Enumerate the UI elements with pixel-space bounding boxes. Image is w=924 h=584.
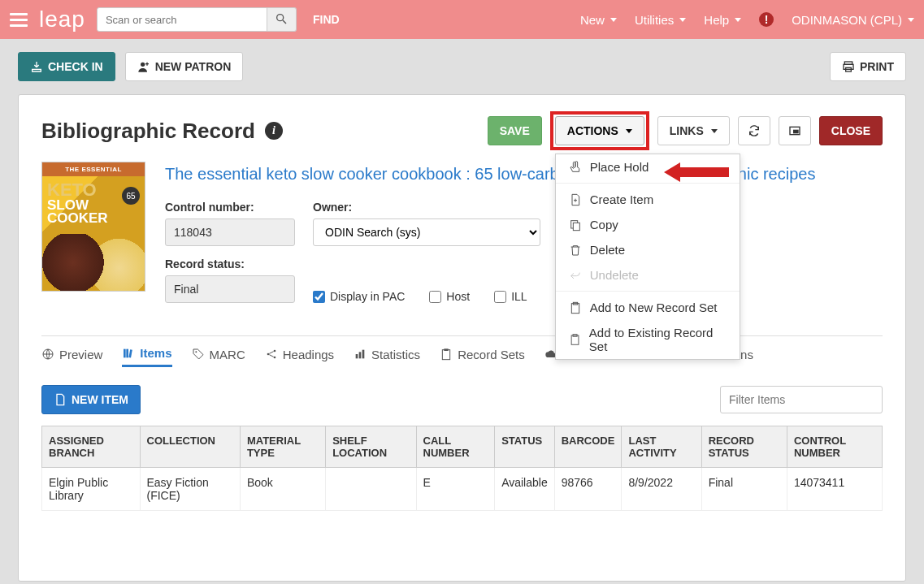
cover-image: THE ESSENTIAL KETO SLOW COOKER 65 <box>41 162 145 314</box>
items-table: ASSIGNED BRANCH COLLECTION MATERIAL TYPE… <box>41 426 883 511</box>
dd-add-existing-label: Add to Existing Record Set <box>589 326 727 353</box>
ill-label: ILL <box>511 290 527 303</box>
svg-point-22 <box>273 357 275 359</box>
clipboard-plus-icon <box>569 301 582 314</box>
undo-icon <box>569 269 582 282</box>
clipboard-icon <box>569 333 581 346</box>
svg-point-20 <box>267 353 269 356</box>
control-number-value: 118043 <box>165 218 295 246</box>
cover-cooker: COOKER <box>47 212 108 225</box>
svg-point-2 <box>141 63 145 67</box>
items-toolbar: NEW ITEM <box>41 385 883 414</box>
search-input[interactable] <box>97 7 267 32</box>
cell-status: Available <box>495 468 555 511</box>
filter-items-input[interactable] <box>720 386 883 413</box>
links-button[interactable]: LINKS <box>657 116 730 145</box>
tab-marc-label: MARC <box>210 348 245 361</box>
new-item-label: NEW ITEM <box>72 393 128 406</box>
cell-shelf <box>326 468 416 511</box>
menu-help[interactable]: Help <box>704 13 741 27</box>
person-plus-icon <box>137 60 150 73</box>
dd-undelete-label: Undelete <box>590 268 639 282</box>
new-patron-label: NEW PATRON <box>155 60 232 73</box>
col-control[interactable]: CONTROL NUMBER <box>787 426 882 468</box>
refresh-button[interactable] <box>738 116 770 145</box>
save-button[interactable]: SAVE <box>488 116 542 145</box>
cell-rstatus: Final <box>701 468 787 511</box>
window-icon <box>788 124 801 137</box>
tab-headings[interactable]: Headings <box>265 346 334 367</box>
dd-copy[interactable]: Copy <box>556 212 740 237</box>
alert-icon[interactable]: ! <box>759 12 774 27</box>
col-branch[interactable]: ASSIGNED BRANCH <box>42 426 141 468</box>
print-icon <box>842 60 855 73</box>
find-link[interactable]: FIND <box>313 13 340 26</box>
col-material[interactable]: MATERIAL TYPE <box>240 426 325 468</box>
info-icon[interactable]: i <box>265 122 283 140</box>
tab-record-sets[interactable]: Record Sets <box>440 346 525 367</box>
col-call[interactable]: CALL NUMBER <box>416 426 495 468</box>
host-label: Host <box>446 290 470 303</box>
checkin-button[interactable]: CHECK IN <box>18 52 115 81</box>
actions-highlight: ACTIONS Place Hold Create Item <box>550 111 649 150</box>
record-header: Bibliographic Record i SAVE ACTIONS Plac… <box>41 111 883 150</box>
col-barcode[interactable]: BARCODE <box>554 426 622 468</box>
svg-rect-18 <box>129 349 132 357</box>
col-last[interactable]: LAST ACTIVITY <box>622 426 701 468</box>
tab-record-sets-label: Record Sets <box>458 348 525 361</box>
record-body: THE ESSENTIAL KETO SLOW COOKER 65 The es… <box>41 162 883 314</box>
host-checkbox[interactable]: Host <box>429 290 470 303</box>
new-item-button[interactable]: NEW ITEM <box>41 385 141 414</box>
menu-utilities[interactable]: Utilities <box>635 13 686 27</box>
dd-add-existing-set[interactable]: Add to Existing Record Set <box>556 320 740 359</box>
col-shelf[interactable]: SHELF LOCATION <box>326 426 416 468</box>
control-number-label: Control number: <box>165 201 295 214</box>
dd-add-new-set[interactable]: Add to New Record Set <box>556 295 740 320</box>
brand-logo: leap <box>39 6 85 32</box>
svg-rect-27 <box>444 348 448 351</box>
dd-create-item[interactable]: Create Item <box>556 187 740 212</box>
hand-icon <box>569 161 582 174</box>
svg-rect-7 <box>573 223 579 230</box>
dd-create-item-label: Create Item <box>590 193 653 206</box>
new-patron-button[interactable]: NEW PATRON <box>125 52 244 81</box>
table-row[interactable]: Elgin Public Library Easy Fiction (FICE)… <box>42 468 883 511</box>
user-menu[interactable]: ODINMASON (CPL) <box>792 13 914 27</box>
dd-copy-label: Copy <box>590 218 618 231</box>
col-collection[interactable]: COLLECTION <box>140 426 240 468</box>
dd-delete-label: Delete <box>590 243 625 257</box>
svg-point-0 <box>277 14 284 20</box>
tab-preview[interactable]: Preview <box>41 346 102 367</box>
window-button[interactable] <box>779 116 811 145</box>
record-title-link[interactable]: The essential keto slow cooker cookbook … <box>165 162 883 186</box>
menu-new[interactable]: New <box>580 13 617 27</box>
cell-last: 8/9/2022 <box>622 468 701 511</box>
menu-icon[interactable] <box>10 13 28 27</box>
dd-place-hold-label: Place Hold <box>590 160 649 174</box>
tab-marc[interactable]: MARC <box>192 346 245 367</box>
record-status-value: Final <box>165 275 295 303</box>
callout-arrow <box>664 160 729 184</box>
tag-icon <box>192 348 205 361</box>
cell-material: Book <box>240 468 325 511</box>
search-button[interactable] <box>267 7 297 32</box>
actions-dropdown: Place Hold Create Item Copy <box>555 154 740 360</box>
dd-delete[interactable]: Delete <box>556 237 740 262</box>
display-pac-checkbox[interactable]: Display in PAC <box>313 290 405 303</box>
col-status[interactable]: STATUS <box>495 426 555 468</box>
clipboard-icon <box>440 348 453 361</box>
ill-checkbox[interactable]: ILL <box>494 290 527 303</box>
tab-statistics[interactable]: Statistics <box>354 346 420 367</box>
copy-icon <box>569 218 582 231</box>
books-icon <box>122 347 135 360</box>
tab-items[interactable]: Items <box>122 346 171 367</box>
owner-select[interactable]: ODIN Search (sys) <box>313 218 540 246</box>
actions-button[interactable]: ACTIONS <box>555 116 644 145</box>
col-rstatus[interactable]: RECORD STATUS <box>701 426 787 468</box>
file-plus-icon <box>569 193 582 206</box>
svg-point-19 <box>195 351 197 353</box>
close-button[interactable]: CLOSE <box>819 116 883 145</box>
trash-icon <box>569 244 582 257</box>
svg-rect-25 <box>362 350 365 359</box>
print-button[interactable]: PRINT <box>830 52 906 81</box>
